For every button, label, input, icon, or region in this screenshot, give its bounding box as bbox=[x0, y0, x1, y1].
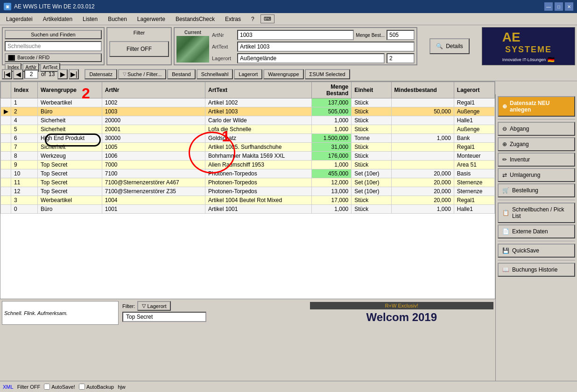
menu-artikeldaten[interactable]: Artikeldaten bbox=[39, 14, 77, 24]
tab-lagerort[interactable]: Lagerort bbox=[234, 69, 262, 79]
artnr-value-input[interactable] bbox=[237, 30, 354, 40]
row-warengruppe-cell: Top Secret bbox=[38, 161, 102, 169]
details-button[interactable]: 🔍 Details bbox=[429, 38, 470, 54]
tab-suche-filter[interactable]: ▽ Suche / Filter... bbox=[118, 69, 166, 79]
row-lagerort-cell: Außenge bbox=[454, 107, 494, 116]
data-table-container[interactable]: Index Warengruppe ArtNr ArtText MengeBes… bbox=[0, 81, 495, 319]
tab-warengruppe[interactable]: Warengruppe bbox=[263, 69, 303, 79]
filter-lagerort-button[interactable]: ▽ Lagerort bbox=[137, 301, 171, 311]
autobackup-check[interactable] bbox=[79, 384, 85, 390]
col-menge-bestand[interactable]: MengeBestand bbox=[311, 82, 351, 98]
keyboard-button[interactable]: ⌨ bbox=[260, 14, 274, 23]
page-input[interactable] bbox=[24, 70, 38, 79]
tab-sum-selected[interactable]: Σ SUM Selected bbox=[305, 69, 350, 79]
zugang-button[interactable]: ⊕ Zugang bbox=[498, 137, 575, 151]
table-row[interactable]: 4 Sicherheit 20000 Carlo der Wilde 1,000… bbox=[1, 116, 495, 125]
col-artnr[interactable]: ArtNr bbox=[102, 82, 205, 98]
menu-extras[interactable]: Extras bbox=[221, 14, 245, 24]
tab-schnellwahl[interactable]: Schnellwahl bbox=[197, 69, 233, 79]
menu-help[interactable]: ? bbox=[247, 14, 259, 24]
nav-next-button[interactable]: ▶ bbox=[57, 69, 68, 79]
table-row[interactable]: 10 Top Secret 7100 Photonen-Torpedos 455… bbox=[1, 169, 495, 178]
menu-buchen[interactable]: Buchen bbox=[104, 14, 131, 24]
abgang-button[interactable]: ⊖ Abgang bbox=[498, 122, 575, 136]
nav-last-button[interactable]: ▶| bbox=[69, 69, 79, 79]
bestellung-button[interactable]: 🛒 Bestellung bbox=[498, 183, 575, 197]
filter-section: Filter Filter OFF bbox=[106, 27, 172, 65]
user-label: hjw bbox=[118, 384, 126, 390]
table-row[interactable]: 7 Sicherheit 1005 Artikel 1005. Surfhand… bbox=[1, 143, 495, 152]
table-row[interactable]: 11 Top Secret 7100@Sternenzerstörer A467… bbox=[1, 178, 495, 187]
search-title-button[interactable]: Suchen und Finden bbox=[5, 30, 102, 39]
minimize-button[interactable]: — bbox=[544, 2, 553, 11]
menu-lagerwerte[interactable]: Lagerwerte bbox=[133, 14, 169, 24]
buchungs-historie-button[interactable]: 📖 Buchungs Historie bbox=[498, 263, 575, 277]
table-row[interactable]: 6 High End Produkt 30000 Goldschatz 1.50… bbox=[1, 134, 495, 143]
main-layout: Index Warengruppe ArtNr ArtText MengeBes… bbox=[0, 81, 577, 327]
schnellbuchen-button[interactable]: 📋 Schnellbuchen / Pick List bbox=[498, 203, 575, 223]
row-einheit-cell: Tonne bbox=[352, 134, 391, 143]
autosave-checkbox[interactable]: AutoSave! bbox=[44, 384, 75, 390]
new-record-button[interactable]: ⊕ Datensatz NEU anlegen bbox=[498, 96, 575, 117]
col-mindestbestand[interactable]: Mindestbestand bbox=[391, 82, 454, 98]
umlagerung-button[interactable]: ⇄ Umlagerung bbox=[498, 168, 575, 182]
row-warengruppe-cell: Top Secret bbox=[38, 169, 102, 178]
table-row[interactable]: 8 Werkzeug 1006 Bohrhammer Makita 1569 X… bbox=[1, 152, 495, 161]
lagerort-value-input[interactable] bbox=[237, 53, 385, 63]
table-row[interactable]: 9 Top Secret 7000 Alien Raumschiff 1953 … bbox=[1, 161, 495, 169]
tab-datensatz[interactable]: Datensatz bbox=[84, 69, 117, 79]
barcode-button[interactable]: ▐█▌ Barcode / RFID bbox=[5, 53, 102, 62]
col-arttext[interactable]: ArtText bbox=[205, 82, 312, 98]
arttext-value-input[interactable] bbox=[237, 42, 415, 52]
menge-bestand-value[interactable] bbox=[387, 30, 415, 40]
col-warengruppe[interactable]: Warengruppe bbox=[38, 82, 102, 98]
zugang-icon: ⊕ bbox=[502, 141, 507, 147]
nav-first-button[interactable]: |◀ bbox=[2, 69, 12, 79]
row-arrow-cell bbox=[1, 187, 11, 196]
nav-prev-button[interactable]: ◀ bbox=[13, 69, 23, 79]
filter-value-input[interactable] bbox=[122, 312, 206, 322]
app-icon: ▣ bbox=[4, 3, 11, 10]
col-index[interactable]: Index bbox=[11, 82, 38, 98]
row-einheit-cell: Stück bbox=[352, 205, 391, 214]
search-input[interactable] bbox=[5, 41, 102, 51]
autosave-check[interactable] bbox=[44, 384, 50, 390]
row-mindestbestand-cell: 1,000 bbox=[391, 205, 454, 214]
table-row[interactable]: 1 Werbeartikel 1002 Artikel 1002 137,000… bbox=[1, 98, 495, 107]
app-title: AE WWS LITE Win DE 2.03.012 bbox=[14, 3, 95, 10]
externe-daten-button[interactable]: 📄 Externe Daten bbox=[498, 224, 575, 238]
xml-link[interactable]: XML bbox=[3, 384, 14, 390]
tab-bestand[interactable]: Bestand bbox=[167, 69, 195, 79]
row-arttext-cell: Bohrhammer Makita 1569 XXL bbox=[205, 152, 312, 161]
maximize-button[interactable]: □ bbox=[555, 2, 563, 11]
row-menge-cell: 13,000 bbox=[311, 187, 351, 196]
lagerort-num-input[interactable] bbox=[387, 53, 415, 63]
close-button[interactable]: ✕ bbox=[565, 2, 573, 11]
filter-off-button[interactable]: Filter OFF bbox=[109, 41, 169, 57]
table-row[interactable]: 0 Büro 1001 Artikel 1001 1,000 Stück 1,0… bbox=[1, 205, 495, 214]
row-arttext-cell: Photonen-Torpedos bbox=[205, 187, 312, 196]
table-row[interactable]: 3 Werbeartikel 1004 Artikel 1004 Beutel … bbox=[1, 196, 495, 205]
row-index-cell: 5 bbox=[11, 125, 38, 134]
autobackup-checkbox[interactable]: AutoBackup bbox=[79, 384, 114, 390]
inventur-button[interactable]: ✏ Inventur bbox=[498, 153, 575, 167]
table-row[interactable]: 5 Sicherheit 20001 Lofa die Schnelle 1,0… bbox=[1, 125, 495, 134]
table-row[interactable]: ▶ 2 Büro 1003 Artikel 1003 505,000 Stück… bbox=[1, 107, 495, 116]
row-arrow-cell bbox=[1, 169, 11, 178]
row-menge-cell: 1.500,000 bbox=[311, 134, 351, 143]
menu-lagerdatei[interactable]: Lagerdatei bbox=[2, 14, 37, 24]
status-filteroff[interactable]: Filter OFF bbox=[17, 384, 41, 390]
col-lagerort[interactable]: Lagerort bbox=[454, 82, 494, 98]
menu-bestandscheck[interactable]: BestandsCheck bbox=[171, 14, 219, 24]
table-row[interactable]: 12 Top Secret 7100@Sternenzerstörer Z35 … bbox=[1, 187, 495, 196]
slogan-box: Schnell. Flink. Aufmerksam. bbox=[2, 301, 119, 325]
row-artnr-cell: 1005 bbox=[102, 143, 205, 152]
row-warengruppe-cell: Werbeartikel bbox=[38, 196, 102, 205]
row-lagerort-cell: Regal1 bbox=[454, 143, 494, 152]
row-artnr-cell: 1004 bbox=[102, 196, 205, 205]
menu-listen[interactable]: Listen bbox=[78, 14, 102, 24]
quicksave-button[interactable]: 💾 QuickSave bbox=[498, 244, 575, 258]
title-controls[interactable]: — □ ✕ bbox=[544, 2, 573, 11]
col-einheit[interactable]: Einheit bbox=[352, 82, 391, 98]
row-arttext-cell: Artikel 1002 bbox=[205, 98, 312, 107]
